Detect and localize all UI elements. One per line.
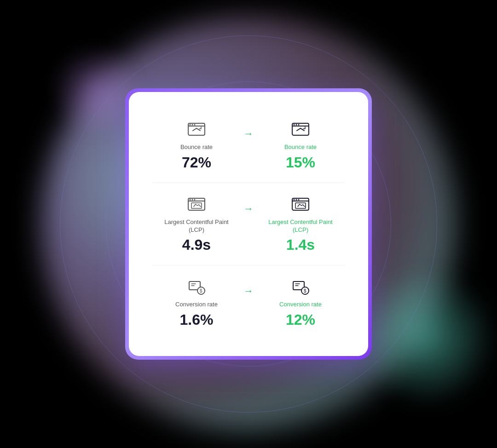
- lcp-after: Largest Contentful Paint (LCP) 1.4s: [256, 185, 345, 263]
- conversion-rate-after-icon: $: [290, 277, 311, 297]
- bounce-rate-arrow: →: [243, 128, 254, 140]
- svg-point-8: [296, 124, 297, 125]
- bounce-rate-arrow-col: →: [241, 110, 256, 149]
- svg-point-2: [190, 124, 191, 125]
- conversion-rate-arrow: →: [243, 285, 254, 297]
- lcp-before-value: 4.9s: [182, 236, 211, 253]
- bounce-rate-after-value: 15%: [286, 154, 315, 171]
- svg-rect-0: [188, 123, 205, 135]
- svg-point-18: [294, 199, 295, 200]
- card-wrapper: Bounce rate 72% →: [125, 88, 372, 360]
- lcp-arrow-col: →: [241, 185, 256, 224]
- lcp-before-icon: [186, 195, 207, 215]
- svg-point-12: [190, 199, 191, 200]
- conversion-rate-before-value: 1.6%: [180, 311, 214, 328]
- svg-point-4: [194, 124, 196, 125]
- bounce-rate-after: Bounce rate 15%: [256, 110, 345, 180]
- conversion-rate-before: $ Conversion rate 1.6%: [152, 268, 241, 338]
- conversion-rate-after: $ Conversion rate 12%: [256, 268, 345, 338]
- svg-text:$: $: [304, 288, 306, 293]
- row-separator-2: [152, 265, 345, 265]
- svg-point-14: [194, 199, 196, 200]
- lcp-after-value: 1.4s: [286, 236, 315, 253]
- svg-point-9: [298, 124, 300, 125]
- lcp-before: Largest Contentful Paint (LCP) 4.9s: [152, 185, 241, 263]
- lcp-before-label: Largest Contentful Paint (LCP): [156, 218, 237, 234]
- metrics-grid: Bounce rate 72% →: [152, 110, 345, 338]
- conversion-rate-after-value: 12%: [286, 311, 315, 328]
- bounce-rate-before-icon: [186, 120, 207, 140]
- lcp-after-label: Largest Contentful Paint (LCP): [260, 218, 341, 234]
- bounce-rate-after-label: Bounce rate: [284, 144, 317, 151]
- bounce-rate-after-icon: [290, 120, 311, 140]
- bounce-rate-before-value: 72%: [182, 154, 211, 171]
- svg-point-19: [296, 199, 297, 200]
- svg-point-20: [298, 199, 300, 200]
- conversion-rate-after-label: Conversion rate: [279, 301, 322, 309]
- lcp-arrow: →: [243, 203, 254, 215]
- conversion-rate-before-label: Conversion rate: [175, 301, 218, 309]
- svg-rect-5: [292, 123, 309, 135]
- bounce-rate-before-label: Bounce rate: [180, 144, 213, 151]
- svg-point-13: [192, 199, 193, 200]
- lcp-after-icon: [290, 195, 311, 215]
- svg-point-3: [192, 124, 193, 125]
- conversion-rate-before-icon: $: [186, 277, 207, 297]
- svg-text:$: $: [200, 288, 202, 293]
- bounce-rate-before: Bounce rate 72%: [152, 110, 241, 180]
- conversion-rate-arrow-col: →: [241, 268, 256, 306]
- row-separator-1: [152, 183, 345, 183]
- metrics-card: Bounce rate 72% →: [129, 92, 368, 356]
- svg-point-7: [294, 124, 295, 125]
